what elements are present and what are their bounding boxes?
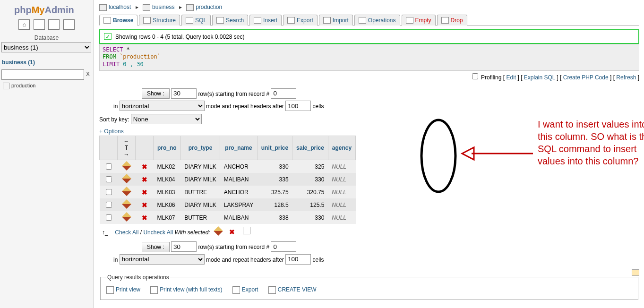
pencil-icon xyxy=(122,199,131,209)
options-toggle[interactable]: + Options xyxy=(99,128,124,135)
bulk-edit-icon[interactable] xyxy=(214,226,223,236)
cell-agency: NULL xyxy=(328,173,355,186)
tab-structure[interactable]: Structure xyxy=(139,15,180,26)
row-edit[interactable] xyxy=(118,173,136,186)
start-record-input[interactable] xyxy=(271,88,296,99)
mode-select[interactable]: horizontal xyxy=(120,101,205,111)
row-delete[interactable]: ✖ xyxy=(136,173,154,186)
breadcrumb-database[interactable]: business xyxy=(152,4,174,10)
row-delete[interactable]: ✖ xyxy=(136,211,154,224)
in-label: in xyxy=(113,103,118,110)
database-link[interactable]: business (1) xyxy=(0,56,37,68)
page-settings-icon[interactable] xyxy=(632,269,639,276)
print-view-link[interactable]: Print view xyxy=(116,286,140,293)
edit-query-link[interactable]: Edit xyxy=(506,74,516,81)
mode-select-2[interactable]: horizontal xyxy=(120,254,205,265)
cell-agency: NULL xyxy=(328,198,355,211)
sql-icon[interactable] xyxy=(34,19,45,30)
tab-search[interactable]: Search xyxy=(212,15,248,26)
print-full-icon xyxy=(150,286,158,294)
explain-sql-link[interactable]: Explain SQL xyxy=(524,74,555,81)
database-select[interactable]: business (1) xyxy=(1,42,91,52)
show-button-2[interactable]: Show : xyxy=(142,242,170,252)
tab-export[interactable]: Export xyxy=(283,15,318,26)
col-sale_price[interactable]: sale_price xyxy=(292,136,328,160)
row-edit[interactable] xyxy=(118,198,136,211)
col-agency[interactable]: agency xyxy=(328,136,355,160)
col-pro_name[interactable]: pro_name xyxy=(220,136,257,160)
export-link[interactable]: Export xyxy=(242,286,258,293)
export-icon xyxy=(287,17,295,24)
row-edit[interactable] xyxy=(118,186,136,198)
row-edit[interactable] xyxy=(118,160,136,173)
tab-insert[interactable]: Insert xyxy=(249,15,282,26)
cell-pro_type: BUTTRE xyxy=(180,186,220,198)
row-delete[interactable]: ✖ xyxy=(136,160,154,173)
row-checkbox[interactable] xyxy=(100,198,118,211)
row-delete[interactable]: ✖ xyxy=(136,198,154,211)
bulk-delete-icon[interactable]: ✖ xyxy=(229,228,235,236)
tab-drop[interactable]: Drop xyxy=(437,15,467,26)
col-unit_price[interactable]: unit_price xyxy=(257,136,292,160)
tab-sql[interactable]: SQL xyxy=(181,15,211,26)
tab-import[interactable]: Import xyxy=(319,15,353,26)
query-results-operations: Query results operations Print view Prin… xyxy=(100,274,638,300)
check-all-link[interactable]: Check All xyxy=(115,229,138,236)
breadcrumb-table[interactable]: production xyxy=(196,4,222,10)
profiling-checkbox[interactable]: Profiling xyxy=(470,74,502,81)
status-message: ✓Showing rows 0 - 4 (5 total, Query took… xyxy=(99,29,639,44)
create-view-link[interactable]: CREATE VIEW xyxy=(278,286,317,293)
print-view-full-link[interactable]: Print view (with full texts) xyxy=(160,286,222,293)
repeat-headers-input-2[interactable] xyxy=(285,254,311,265)
nav-icons: ⌂ xyxy=(0,18,93,32)
col-actions xyxy=(136,136,154,160)
uncheck-all-link[interactable]: Uncheck All xyxy=(143,229,173,236)
col-pro_type[interactable]: pro_type xyxy=(180,136,220,160)
annotation-text: I want to insert values into this column… xyxy=(538,118,644,167)
row-checkbox[interactable] xyxy=(100,173,118,186)
row-checkbox[interactable] xyxy=(100,186,118,198)
cell-pro_type: DIARY MILK xyxy=(180,160,220,173)
status-icon[interactable] xyxy=(48,19,60,30)
drop-icon xyxy=(441,17,449,24)
row-delete[interactable]: ✖ xyxy=(136,186,154,198)
sidebar-table-item[interactable]: production xyxy=(0,81,93,91)
breadcrumb-server[interactable]: localhost xyxy=(109,4,131,10)
show-button[interactable]: Show : xyxy=(142,88,170,99)
table-filter-input[interactable] xyxy=(1,69,84,80)
refresh-link[interactable]: Refresh xyxy=(616,74,636,81)
col-pro_no[interactable]: pro_no xyxy=(154,136,181,160)
table-row: ✖MLK02DIARY MILKANCHOR330325NULL xyxy=(100,160,356,173)
tab-empty[interactable]: Empty xyxy=(402,15,436,26)
delete-icon: ✖ xyxy=(142,176,147,183)
tab-operations[interactable]: Operations xyxy=(354,15,400,26)
delete-icon: ✖ xyxy=(142,201,147,209)
start-record-input-2[interactable] xyxy=(271,241,296,252)
main-content: localhost ▸ business ▸ production Browse… xyxy=(94,0,644,308)
cell-unit_price: 338 xyxy=(257,211,292,224)
row-checkbox[interactable] xyxy=(100,160,118,173)
cell-pro_name: ANCHOR xyxy=(220,186,257,198)
breadcrumb: localhost ▸ business ▸ production xyxy=(99,3,639,15)
repeat-headers-input[interactable] xyxy=(285,101,311,111)
annotation-circle xyxy=(420,118,462,194)
sort-key-select[interactable]: None xyxy=(131,114,202,124)
structure-icon xyxy=(143,17,151,24)
cell-agency: NULL xyxy=(328,211,355,224)
delete-icon: ✖ xyxy=(142,188,147,196)
docs-icon[interactable] xyxy=(63,19,75,30)
bulk-export-icon[interactable] xyxy=(243,227,250,234)
row-checkbox[interactable] xyxy=(100,211,118,224)
server-icon xyxy=(99,4,107,11)
cell-pro_type: DIARY MILK xyxy=(180,173,220,186)
logo: phpMyAdmin xyxy=(0,0,93,18)
clear-filter-button[interactable]: X xyxy=(84,69,92,80)
create-php-link[interactable]: Create PHP Code xyxy=(563,74,609,81)
row-edit[interactable] xyxy=(118,211,136,224)
query-action-links: Profiling [ Edit ] [ Explain SQL ] [ Cre… xyxy=(99,72,639,81)
home-icon[interactable]: ⌂ xyxy=(18,19,30,30)
rows-input-2[interactable] xyxy=(171,241,197,252)
rows-input[interactable] xyxy=(171,88,197,99)
tab-browse[interactable]: Browse xyxy=(99,15,137,26)
cell-sale_price: 125.5 xyxy=(292,198,328,211)
